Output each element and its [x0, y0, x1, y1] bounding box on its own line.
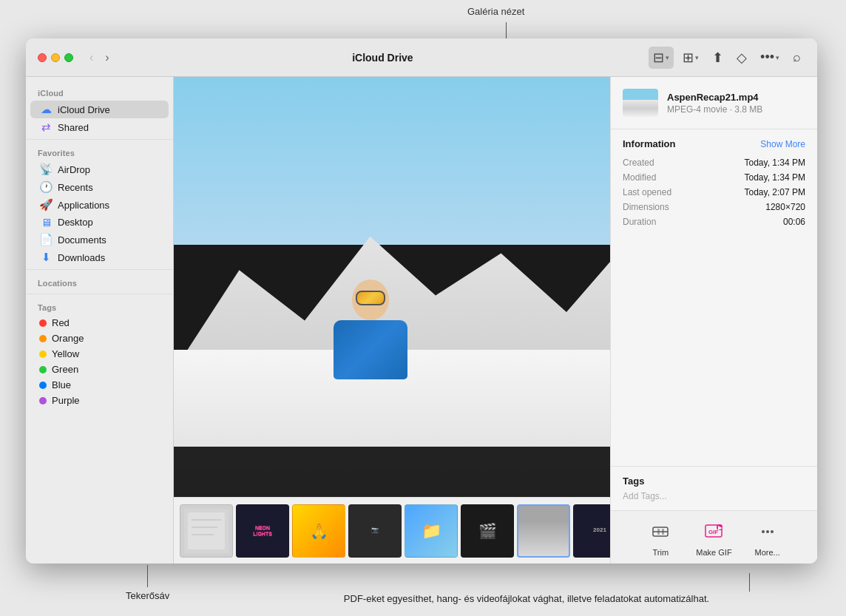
sidebar-divider-3 — [26, 294, 173, 294]
filmstrip-item-4[interactable]: 📷 — [348, 504, 402, 558]
content-area: iCloud ☁ iCloud Drive ⇄ Shared Favorites… — [26, 77, 817, 563]
sky-background — [174, 77, 610, 245]
forward-button[interactable]: › — [101, 50, 113, 66]
sidebar-divider-2 — [26, 269, 173, 270]
search-icon: ⌕ — [793, 50, 801, 65]
gif-label: Make GIF — [696, 548, 731, 557]
sidebar-item-tag-green[interactable]: Green — [30, 362, 169, 377]
nav-buttons: ‹ › — [85, 50, 114, 66]
modified-row: Modified Today, 1:34 PM — [623, 170, 805, 185]
filmstrip-item-5[interactable]: 📁 — [405, 504, 458, 558]
sidebar-item-tag-orange[interactable]: Orange — [30, 331, 169, 346]
sidebar-item-desktop[interactable]: 🖥 Desktop — [30, 214, 169, 231]
icloud-drive-label: iCloud Drive — [58, 104, 110, 115]
sidebar-item-tag-red[interactable]: Red — [30, 315, 169, 331]
svg-point-15 — [771, 530, 774, 533]
back-button[interactable]: ‹ — [85, 50, 98, 66]
desktop-icon: 🖥 — [39, 216, 53, 229]
options-caret: ▾ — [695, 54, 699, 61]
created-row: Created Today, 1:34 PM — [623, 155, 805, 170]
modified-value: Today, 1:34 PM — [745, 172, 806, 183]
sidebar-item-shared[interactable]: ⇄ Shared — [30, 118, 169, 136]
tag-icon: ◇ — [737, 50, 747, 66]
sidebar-item-applications[interactable]: 🚀 Applications — [30, 196, 169, 214]
blue-tag-label: Blue — [52, 379, 71, 390]
tags-section-header: Tags — [26, 297, 173, 315]
sidebar-item-documents[interactable]: 📄 Documents — [30, 231, 169, 248]
filmstrip-item-8[interactable]: 2021 — [573, 504, 610, 558]
filmstrip-item-2[interactable]: NEONLIGHTS — [236, 504, 289, 558]
more-label: More... — [755, 548, 780, 557]
gallery-area: NEONLIGHTS 🙏 📷 📁 🎬 — [174, 77, 610, 563]
more-actions-button[interactable]: ••• ▾ — [756, 47, 784, 68]
svg-rect-7 — [657, 529, 660, 535]
more-icon — [754, 518, 781, 545]
search-button[interactable]: ⌕ — [788, 47, 805, 68]
annotation-line-right — [749, 573, 750, 592]
sidebar-item-tag-purple[interactable]: Purple — [30, 393, 169, 408]
svg-text:GIF: GIF — [708, 529, 718, 535]
share-icon: ⬆ — [712, 50, 723, 66]
filmstrip-item-7[interactable] — [517, 504, 570, 558]
trim-button[interactable]: Trim — [647, 518, 674, 557]
filmstrip-item-1[interactable] — [180, 504, 233, 558]
applications-label: Applications — [58, 200, 109, 211]
file-subtitle: MPEG-4 movie · 3.8 MB — [667, 104, 762, 115]
sidebar-item-tag-blue[interactable]: Blue — [30, 377, 169, 393]
more-caret: ▾ — [776, 54, 779, 61]
right-info-panel: AspenRecap21.mp4 MPEG-4 movie · 3.8 MB I… — [610, 77, 817, 563]
more-button[interactable]: More... — [754, 518, 781, 557]
svg-rect-8 — [662, 529, 664, 535]
sidebar-item-recents[interactable]: 🕐 Recents — [30, 178, 169, 196]
filmstrip-item-6[interactable]: 🎬 — [461, 504, 514, 558]
bottom-left-annotation-group: Tekerősáv — [126, 565, 169, 601]
orange-tag-dot — [39, 335, 47, 342]
duration-row: Duration 00:06 — [623, 214, 805, 229]
trim-svg — [650, 521, 671, 542]
downloads-label: Downloads — [58, 252, 105, 263]
show-more-button[interactable]: Show More — [760, 139, 805, 149]
shared-label: Shared — [58, 122, 89, 133]
maximize-button[interactable] — [64, 53, 73, 62]
sidebar-divider-1 — [26, 139, 173, 140]
svg-rect-1 — [188, 512, 225, 549]
file-thumbnail — [623, 89, 658, 117]
share-button[interactable]: ⬆ — [708, 47, 728, 69]
duration-label: Duration — [623, 217, 656, 227]
sidebar-item-icloud-drive[interactable]: ☁ iCloud Drive — [30, 101, 169, 118]
gif-svg: GIF ▶ — [703, 521, 724, 542]
sidebar-item-airdrop[interactable]: 📡 AirDrop — [30, 160, 169, 178]
features-annotation: PDF-eket egyesíthet, hang- és videofájlo… — [281, 592, 772, 606]
action-bar: Trim GIF ▶ Make GIF — [611, 510, 817, 563]
annotation-line-left — [147, 565, 148, 587]
green-tag-label: Green — [52, 364, 78, 375]
documents-label: Documents — [58, 234, 106, 246]
trim-label: Trim — [653, 548, 669, 557]
documents-icon: 📄 — [39, 233, 53, 246]
minimize-button[interactable] — [51, 53, 60, 62]
make-gif-button[interactable]: GIF ▶ Make GIF — [696, 518, 731, 557]
gallery-view-button[interactable]: ⊟ ▾ — [649, 47, 674, 69]
icloud-drive-icon: ☁ — [39, 103, 53, 116]
tags-button[interactable]: ◇ — [732, 47, 751, 69]
add-tags-placeholder[interactable]: Add Tags... — [623, 491, 805, 501]
icloud-section-header: iCloud — [26, 83, 173, 101]
created-value: Today, 1:34 PM — [745, 158, 806, 168]
view-options-button[interactable]: ⊞ ▾ — [678, 47, 703, 69]
last-opened-value: Today, 2:07 PM — [745, 187, 806, 197]
shared-icon: ⇄ — [39, 121, 53, 134]
trim-icon — [647, 518, 674, 545]
video-preview[interactable] — [174, 77, 610, 497]
favorites-section-header: Favorites — [26, 143, 173, 160]
neon-lights-thumb-text: NEONLIGHTS — [253, 524, 272, 537]
sidebar-item-tag-yellow[interactable]: Yellow — [30, 346, 169, 362]
sidebar-item-downloads[interactable]: ⬇ Downloads — [30, 248, 169, 266]
close-button[interactable] — [38, 53, 47, 62]
finder-window: ‹ › iCloud Drive ⊟ ▾ ⊞ ▾ ⬆ ◇ ••• ▾ — [26, 38, 817, 563]
gallery-caret: ▾ — [666, 54, 669, 61]
thumb-1-image — [184, 509, 229, 553]
portfolio-thumb-text: 2021 — [593, 527, 606, 534]
filmstrip-item-3[interactable]: 🙏 — [292, 504, 345, 558]
file-header: AspenRecap21.mp4 MPEG-4 movie · 3.8 MB — [611, 77, 817, 129]
yellow-tag-label: Yellow — [52, 348, 79, 359]
